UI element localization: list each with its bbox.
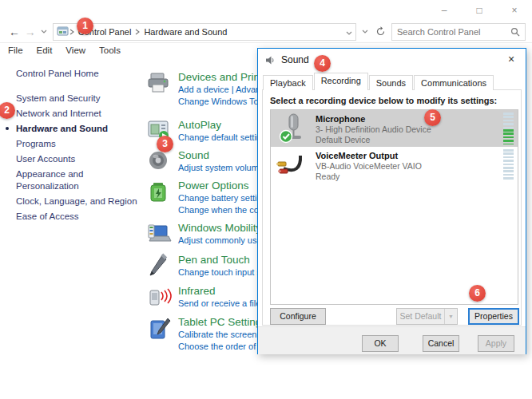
control-panel-window: – □ × ← → Control Panel Hardware and Sou… [0, 0, 532, 399]
step-marker-3: 3 [157, 136, 173, 152]
sidebar-item-user-accounts[interactable]: User Accounts [16, 153, 137, 165]
device-row-voicemeeter-output[interactable]: VoiceMeeter Output VB-Audio VoiceMeeter … [271, 147, 518, 184]
category-title[interactable]: Infrared [178, 284, 260, 298]
apply-button[interactable]: Apply [478, 335, 514, 352]
category-title[interactable]: Sound [178, 148, 264, 162]
search-input[interactable] [397, 27, 510, 37]
maximize-icon[interactable]: □ [462, 0, 497, 21]
dialog-titlebar: Sound × [258, 49, 526, 71]
refresh-icon[interactable] [372, 26, 388, 37]
menu-file[interactable]: File [8, 44, 30, 58]
tab-sounds[interactable]: Sounds [369, 75, 413, 90]
tab-playback[interactable]: Playback [263, 75, 313, 90]
infrared-icon [146, 284, 173, 310]
control-panel-icon [57, 26, 69, 37]
back-icon[interactable]: ← [6, 26, 22, 38]
sidebar-item-network-and-internet[interactable]: Network and Internet [16, 108, 137, 120]
dialog-tabs: Playback Recording Sounds Communications [263, 75, 494, 90]
window-controls: – □ × [427, 0, 532, 21]
address-list-chevron-icon[interactable] [359, 30, 371, 34]
sidebar-item-clock-language-region[interactable]: Clock, Language, and Region [16, 196, 137, 207]
address-dropdown-chevron-icon[interactable] [346, 27, 352, 37]
device-name: VoiceMeeter Output [316, 151, 422, 161]
minimize-icon[interactable]: – [427, 0, 462, 21]
tablet-icon [146, 315, 173, 342]
set-default-dropdown-icon[interactable]: ▼ [444, 309, 457, 324]
active-bullet-icon [6, 127, 9, 130]
sidebar-item-appearance-personalization[interactable]: Appearance and Personalization [16, 168, 137, 192]
search-box [391, 23, 526, 41]
tab-recording[interactable]: Recording [314, 73, 368, 90]
menu-edit[interactable]: Edit [37, 44, 60, 58]
battery-icon [146, 179, 173, 205]
level-meter [503, 113, 514, 144]
step-marker-5: 5 [424, 109, 441, 126]
sound-dialog-icon [265, 55, 276, 65]
breadcrumb[interactable]: Control Panel Hardware and Sound [53, 23, 356, 41]
device-status: Default Device [316, 135, 431, 145]
category-link[interactable]: Adjust system volume [178, 162, 264, 174]
device-description: VB-Audio VoiceMeeter VAIO [316, 161, 422, 172]
step-marker-1: 1 [77, 18, 93, 34]
dialog-title: Sound [281, 54, 309, 65]
ok-button[interactable]: OK [362, 335, 399, 352]
device-description: 3- High Definition Audio Device [316, 124, 431, 135]
device-row-microphone[interactable]: Microphone 3- High Definition Audio Devi… [271, 110, 518, 147]
sidebar-item-ease-of-access[interactable]: Ease of Access [16, 211, 137, 223]
category-infrared: Infrared Send or receive a file [146, 284, 260, 310]
device-status: Ready [316, 172, 422, 182]
forward-icon[interactable]: → [22, 26, 38, 38]
microphone-icon [276, 113, 308, 144]
rca-cable-icon [276, 149, 308, 181]
printer-icon [146, 70, 173, 97]
category-link[interactable]: Send or receive a file [178, 298, 260, 310]
step-marker-2: 2 [0, 102, 15, 119]
device-list-prompt: Select a recording device below to modif… [270, 96, 497, 105]
breadcrumb-item-hardware-and-sound[interactable]: Hardware and Sound [141, 27, 230, 37]
level-meter [503, 149, 514, 181]
sidebar-item-control-panel-home[interactable]: Control Panel Home [16, 68, 137, 80]
recording-device-list: Microphone 3- High Definition Audio Devi… [270, 109, 518, 305]
dialog-close-icon[interactable]: × [504, 53, 518, 65]
set-default-button[interactable]: Set Default ▼ [396, 308, 458, 325]
cancel-button[interactable]: Cancel [423, 335, 459, 352]
breadcrumb-separator-icon [134, 29, 141, 35]
sound-dialog: Sound × Playback Recording Sounds Commun… [257, 48, 526, 354]
speaker-icon [146, 148, 173, 175]
configure-button[interactable]: Configure [270, 308, 326, 325]
sidebar: Control Panel Home System and Security N… [16, 68, 137, 226]
properties-button[interactable]: Properties [468, 308, 519, 325]
device-name: Microphone [316, 114, 431, 124]
menu-view[interactable]: View [66, 44, 93, 58]
breadcrumb-separator-icon [69, 29, 75, 35]
menu-bar: File Edit View Tools [0, 44, 134, 58]
step-marker-6: 6 [469, 285, 486, 302]
mobility-center-icon [146, 221, 173, 247]
sidebar-item-system-and-security[interactable]: System and Security [16, 93, 137, 105]
tab-communications[interactable]: Communications [414, 75, 494, 90]
search-icon [510, 27, 520, 37]
step-marker-4: 4 [314, 55, 331, 72]
pen-icon [146, 253, 173, 279]
sidebar-item-hardware-and-sound[interactable]: Hardware and Sound [16, 123, 137, 135]
close-icon[interactable]: × [497, 0, 532, 21]
nav-history-chevron-icon[interactable] [38, 30, 50, 34]
menu-tools[interactable]: Tools [99, 44, 128, 58]
sidebar-item-programs[interactable]: Programs [16, 138, 137, 150]
